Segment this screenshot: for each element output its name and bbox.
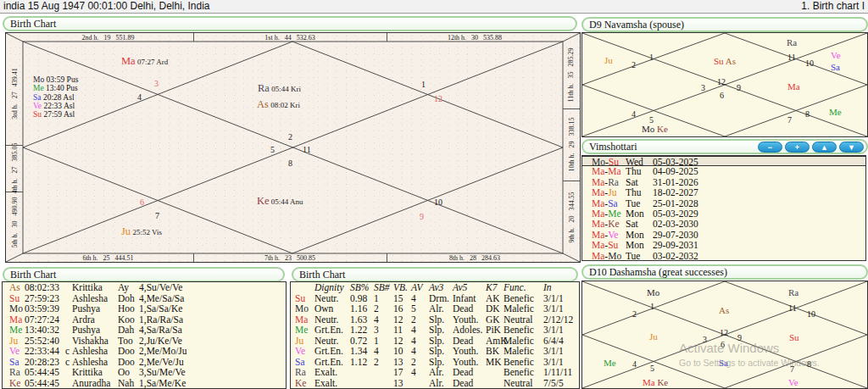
d9-navamsha-chart[interactable]: Ju21Su AsRa1110VeSa12396Ma45Mo Ke78Me: [581, 32, 868, 137]
strengths-row: MaNeutr.1.634122Slp.Youth.GKNeutral2/12/…: [291, 314, 579, 325]
house-number: 3: [701, 80, 705, 94]
house-number: 4: [632, 106, 636, 120]
planet-label: Ve: [788, 375, 798, 389]
position-row: Ra05:44:45KrittikaOo3,Su/Me/Ve: [3, 367, 286, 378]
planet-label: Ju 25:52 Vis: [121, 224, 162, 238]
house-number: 2: [288, 129, 292, 143]
house-number: 10: [434, 194, 442, 208]
planet-label: As 08:02 Kri: [257, 97, 300, 111]
d10-dashamsha-chart[interactable]: Mo21AsRa1110Ju12396SuMe45SaMa Ke78Ve: [581, 281, 868, 389]
house-number: 4: [137, 89, 142, 103]
planet-label: Sa: [831, 59, 840, 74]
strengths-header-row: DignitySB%SB#VB.AVAv3Av5K7Func.In: [291, 282, 579, 293]
planet-label: Ra 05:44 Kri: [258, 81, 301, 95]
house-number: 9: [737, 330, 742, 344]
dasha-row[interactable]: Ma-MeMon05-03-2029: [582, 208, 865, 219]
house-number: 9: [420, 208, 424, 223]
position-row: Ke05:44:45AnuradhaNah1,Sa/Me/Ke: [3, 378, 286, 389]
house-span-label: 9th h. 20 344.55: [563, 181, 580, 253]
dasha-row[interactable]: Ma-SaTue25-01-2028: [582, 198, 865, 208]
dasha-row[interactable]: Ma-VeMon29-07-2030: [582, 230, 865, 240]
house-span-label: 6th h. 25 444.51: [23, 253, 194, 262]
planet-label: Ma: [787, 79, 800, 93]
d9-panel-header: D9 Navamsha (spouse): [581, 17, 868, 32]
dasha-zoom-in-button[interactable]: +: [785, 142, 810, 153]
house-number: 2: [632, 57, 636, 71]
dasha-zoom-out-button[interactable]: −: [758, 142, 782, 153]
dasha-down-button[interactable]: ▼: [839, 142, 864, 153]
house-number: 1: [421, 76, 426, 91]
house-number: 8: [288, 155, 292, 169]
panel-title: D9 Navamsha (spouse): [589, 19, 684, 31]
planet-label: Mo: [647, 285, 659, 299]
house-number: 10: [807, 306, 815, 320]
planet-label: As: [719, 303, 729, 317]
house-span-label: 7th h. 23 500.85: [193, 253, 387, 262]
titlebar: india 15 Aug 1947 00:01:00 Delhi, Delhi,…: [0, 0, 868, 14]
house-span-label: 12th h. 30 535.88: [387, 33, 563, 42]
dasha-up-button[interactable]: ▲: [812, 142, 837, 153]
position-row: Su27:59:23AshleshaDoh4,Me/Sa/Sa: [3, 293, 286, 304]
current-view-label: 1. Birth chart I: [801, 0, 865, 13]
house-number: 11: [787, 49, 796, 64]
planet-strengths-table: DignitySB%SB#VB.AVAv3Av5K7Func.InSuNeutr…: [290, 281, 580, 389]
house-number: 3: [703, 331, 707, 346]
house-span-label: 5th h. 30 490.90: [6, 192, 23, 253]
dasha-row[interactable]: Ma-MoTue03-02-2032: [582, 251, 865, 261]
planet-label: Ju: [649, 329, 658, 343]
house-number: 6: [140, 194, 144, 208]
chart-lines: [6, 33, 580, 262]
house-number: 6: [721, 336, 725, 351]
birth-chart-panel-header: Birth Chart: [3, 16, 577, 31]
strengths-row: RaExalt.174Alr.DeadBenefic1/11/11: [291, 367, 579, 378]
house-number: 11: [303, 142, 311, 156]
strengths-row: VeGrt.En.1.344104Slp.Youth.BKMalefic3/1/…: [291, 346, 579, 357]
position-row: Sa20:28:23cAshleshaDoo2,Me/Ve/Ju: [3, 357, 286, 368]
position-row: Ma07:27:24ArdraKoo1,Ra/Ra/Sa: [3, 314, 286, 325]
planet-label: Ma Ke: [643, 375, 668, 389]
planet-label: Me: [604, 355, 616, 370]
house-span-label: 2nd h. 19 551.89: [23, 33, 194, 42]
dasha-row[interactable]: Ma-SuMon29-09-2031: [582, 240, 865, 250]
house-number: 1: [650, 298, 654, 313]
house-number: 5: [650, 360, 654, 375]
planet-label: Sa: [719, 355, 728, 370]
panel-title: Birth Chart: [10, 269, 56, 281]
planet-label: Su As: [714, 53, 736, 68]
planet-label: Ke 05:44 Anu: [257, 193, 303, 208]
dasha-row[interactable]: Ma-JuThu18-02-2027: [582, 187, 865, 197]
house-number: 12: [717, 74, 726, 88]
house-number: 7: [790, 361, 794, 375]
house-number: 7: [155, 208, 159, 222]
house-number: 5: [270, 142, 275, 156]
dasha-row[interactable]: Ma-MaThu04-09-2025: [582, 166, 865, 176]
house-number: 6: [720, 87, 724, 102]
dasha-row[interactable]: Ma-KeSat02-03-2030: [582, 219, 865, 229]
house-number: 2: [632, 306, 637, 320]
house-number: 8: [805, 106, 810, 120]
house-span-label: 3rd h. 27 439.41: [6, 42, 23, 146]
position-row: Ve22:33:44cAshleshaDoo2,Me/Mo/Ju: [3, 346, 286, 357]
house-number: 4: [632, 356, 637, 370]
planet-positions-table: As08:02:33KrittikaAy4,Su/Ve/VeSu27:59:23…: [2, 281, 287, 389]
strengths-row: MeGrt.En.1.223114Slp.Adoles.PiKBenefic3/…: [291, 325, 579, 336]
position-row: As08:02:33KrittikaAy4,Su/Ve/Ve: [3, 282, 286, 293]
strengths-row: MoOwn1.162165Alr.DeadDKMalefic3/1/1: [291, 303, 579, 314]
planet-label: Mo Ke: [642, 121, 668, 136]
house-number: 7: [787, 112, 792, 126]
panel-title: Birth Chart: [299, 269, 345, 281]
panel-title: Birth Chart: [10, 18, 56, 30]
dasha-row[interactable]: Mo-SuWed05-03-2025: [582, 156, 865, 166]
rasi-chart[interactable]: 2nd h. 19 551.89 1st h. 44 532.63 12th h…: [5, 32, 581, 263]
strengths-panel-header: Birth Chart: [292, 267, 578, 282]
house-span-label: 1st h. 44 532.63: [193, 33, 387, 42]
house-number: 3: [154, 75, 159, 90]
strengths-row: KeExalt.13Alr.DeadNeutral7/5/5: [291, 378, 579, 389]
house-number: 12: [434, 91, 442, 105]
panel-title: Vimshottari: [589, 141, 637, 153]
dasha-row[interactable]: Ma-RaSat31-01-2026: [582, 177, 865, 187]
positions-panel-header: Birth Chart: [3, 267, 285, 282]
planet-label: Ra: [787, 35, 797, 49]
house-number: 11: [788, 300, 797, 314]
vimshottari-panel-header: Vimshottari − + ▲ ▼: [581, 139, 868, 154]
